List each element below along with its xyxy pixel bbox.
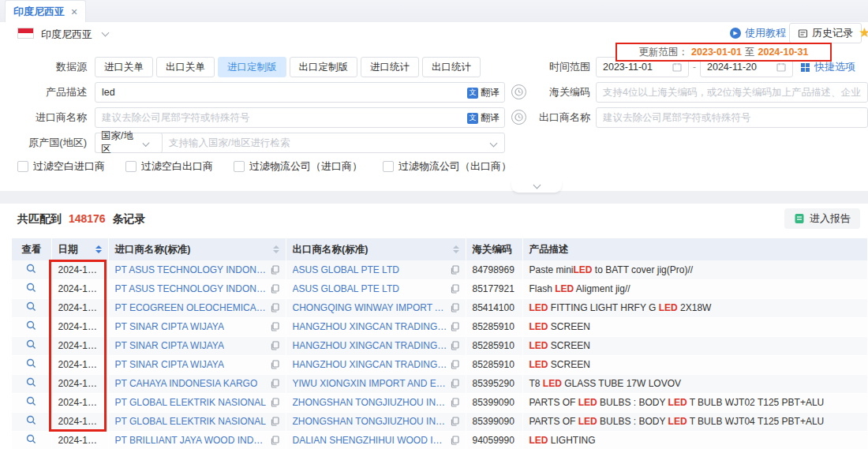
row-description: LED SCREEN: [522, 336, 868, 355]
copy-icon[interactable]: [271, 303, 279, 312]
translate-button[interactable]: 文 翻译: [467, 86, 499, 99]
row-description: LED LIGHTING: [522, 431, 868, 449]
view-magnifier-icon[interactable]: [26, 282, 36, 293]
origin-type-select[interactable]: 国家/地区: [95, 133, 163, 153]
origin-search-input[interactable]: [163, 137, 491, 148]
toolbar: 印度尼西亚 ▶ 使用教程 历史记录 ★: [0, 22, 868, 44]
exporter-input[interactable]: [596, 107, 868, 128]
row-date: 2024-10-31: [51, 298, 108, 317]
copy-icon[interactable]: [451, 360, 459, 369]
tab-import-statistics[interactable]: 进口统计: [361, 57, 419, 77]
importer-link[interactable]: PT GLOBAL ELEKTRIK NASIONAL: [115, 397, 266, 408]
tutorial-link[interactable]: ▶ 使用教程: [730, 26, 786, 40]
importer-link[interactable]: PT SINAR CIPTA WIJAYA: [115, 359, 224, 370]
exporter-link[interactable]: ZHONGSHAN TONGJIUZHOU INTERNA...: [293, 416, 447, 427]
chevron-down-icon[interactable]: [490, 139, 498, 147]
sort-importer-icon[interactable]: [273, 245, 279, 253]
view-magnifier-icon[interactable]: [26, 415, 36, 425]
copy-icon[interactable]: [271, 379, 279, 388]
view-magnifier-icon[interactable]: [26, 264, 36, 274]
exporter-link[interactable]: YIWU XIONGXIN IMPORT AND EXPORT...: [293, 378, 447, 389]
product-desc-wrap: 文 翻译: [95, 82, 505, 103]
row-description: LED SCREEN: [522, 355, 868, 374]
tab-import-declarations[interactable]: 进口关单: [95, 57, 153, 77]
translate-button[interactable]: 文 翻译: [467, 111, 499, 125]
copy-icon[interactable]: [271, 265, 279, 275]
exporter-label: 出口商名称: [505, 110, 590, 125]
exporter-link[interactable]: HANGZHOU XINGCAN TRADING CO LTD: [293, 340, 447, 351]
checkbox-filter-logistics-importer[interactable]: 过滤物流公司（进口商）: [234, 159, 362, 174]
tab-indonesia[interactable]: 印度尼西亚 ×: [5, 0, 86, 22]
exporter-link[interactable]: ZHONGSHAN TONGJIUZHOU INTERNA...: [293, 397, 447, 408]
view-magnifier-icon[interactable]: [26, 396, 36, 406]
row-description: T8 LED GLASS TUBE 17W LOVOV: [522, 374, 868, 393]
view-magnifier-icon[interactable]: [26, 320, 36, 331]
row-hs-code: 85395290: [466, 374, 522, 393]
datasource-label: 数据源: [0, 60, 87, 74]
importer-link[interactable]: PT ASUS TECHNOLOGY INDONESIA BA...: [115, 283, 268, 294]
importer-link[interactable]: PT SINAR CIPTA WIJAYA: [115, 321, 224, 332]
exporter-link[interactable]: DALIAN SHENGZHIHUI WOOD INDUST...: [293, 435, 447, 446]
copy-icon[interactable]: [271, 341, 279, 350]
tab-bar: 印度尼西亚 ×: [0, 0, 868, 22]
collapse-panel-handle[interactable]: [511, 181, 562, 193]
checkbox-filter-blank-importer[interactable]: 过滤空白进口商: [17, 159, 105, 174]
copy-icon[interactable]: [451, 398, 459, 407]
importer-link[interactable]: PT ASUS TECHNOLOGY INDONESIA BA...: [115, 264, 268, 275]
view-magnifier-icon[interactable]: [26, 377, 36, 387]
copy-icon[interactable]: [271, 360, 279, 369]
importer-input[interactable]: [95, 107, 505, 128]
copy-icon[interactable]: [451, 303, 459, 312]
view-magnifier-icon[interactable]: [26, 339, 36, 350]
row-hs-code: 85399090: [466, 412, 522, 431]
copy-icon[interactable]: [451, 379, 459, 388]
exporter-link[interactable]: ASUS GLOBAL PTE LTD: [293, 264, 399, 275]
exporter-link[interactable]: CHONGQING WINWAY IMPORT AND E...: [293, 302, 447, 313]
result-count: 148176: [69, 212, 106, 225]
copy-icon[interactable]: [451, 284, 459, 294]
sort-date-icon[interactable]: [95, 245, 102, 253]
date-from-value: 2023-11-01: [603, 62, 668, 73]
origin-label: 原产国(地区): [0, 136, 87, 150]
view-magnifier-icon[interactable]: [26, 434, 36, 444]
tab-export-declarations[interactable]: 出口关单: [156, 57, 215, 77]
hs-code-wrap: [596, 82, 868, 103]
importer-link[interactable]: PT BRILLIANT JAYA WOOD INDUSTRY: [115, 435, 268, 446]
exporter-link[interactable]: ASUS GLOBAL PTE LTD: [293, 283, 399, 294]
copy-icon[interactable]: [271, 322, 279, 331]
product-desc-row: 产品描述 文 翻译 海关编码: [0, 82, 868, 103]
copy-icon[interactable]: [271, 284, 279, 294]
exporter-link[interactable]: HANGZHOU XINGCAN TRADING CO LTD: [293, 321, 447, 332]
importer-link[interactable]: PT GLOBAL ELEKTRIK NASIONAL: [115, 416, 266, 427]
chevron-down-icon[interactable]: [102, 29, 110, 37]
header-hs-code: 海关编码: [466, 238, 522, 260]
tab-import-custom[interactable]: 进口定制版: [218, 57, 286, 77]
view-magnifier-icon[interactable]: [26, 301, 36, 312]
importer-link[interactable]: PT ECOGREEN OLEOCHEMICALS: [115, 302, 268, 313]
history-button[interactable]: 历史记录: [789, 23, 862, 43]
exporter-link[interactable]: HANGZHOU XINGCAN TRADING CO LTD: [293, 359, 447, 370]
copy-icon[interactable]: [451, 436, 459, 445]
importer-link[interactable]: PT CAHAYA INDONESIA KARGO: [115, 378, 258, 389]
copy-icon[interactable]: [451, 322, 459, 331]
view-magnifier-icon[interactable]: [26, 358, 36, 369]
copy-icon[interactable]: [271, 398, 279, 407]
product-desc-input[interactable]: [95, 82, 505, 103]
tab-export-statistics[interactable]: 出口统计: [422, 57, 481, 77]
copy-icon[interactable]: [271, 436, 279, 445]
close-icon[interactable]: ×: [71, 6, 77, 17]
hs-code-input[interactable]: [596, 82, 868, 103]
tab-export-custom[interactable]: 出口定制版: [290, 57, 358, 77]
enter-report-button[interactable]: 进入报告: [784, 208, 860, 229]
copy-icon[interactable]: [271, 417, 279, 426]
importer-link[interactable]: PT SINAR CIPTA WIJAYA: [115, 340, 224, 351]
sort-exporter-icon[interactable]: [453, 245, 459, 253]
star-icon[interactable]: ★: [859, 24, 868, 41]
datasource-tabs: 进口关单 出口关单 进口定制版 出口定制版 进口统计 出口统计: [95, 57, 481, 77]
checkbox-filter-logistics-exporter[interactable]: 过滤物流公司（出口商）: [383, 159, 511, 174]
checkbox-filter-blank-exporter[interactable]: 过滤空白出口商: [125, 159, 213, 174]
copy-icon[interactable]: [451, 417, 459, 426]
quick-options-link[interactable]: 快捷选项: [800, 60, 855, 74]
copy-icon[interactable]: [451, 341, 459, 350]
copy-icon[interactable]: [451, 265, 459, 275]
